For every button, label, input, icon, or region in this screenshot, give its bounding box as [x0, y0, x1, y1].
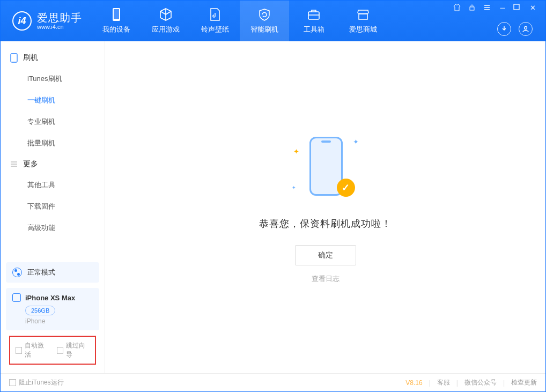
- app-subtitle: www.i4.cn: [37, 24, 82, 30]
- checkbox-label: 阻止iTunes运行: [19, 378, 64, 387]
- success-message: 恭喜您，保资料刷机成功啦！: [259, 217, 392, 230]
- logo-icon: i4: [12, 11, 32, 31]
- tab-flash[interactable]: 智能刷机: [240, 1, 289, 41]
- sidebar-item-other-tools[interactable]: 其他工具: [1, 174, 105, 196]
- menu-icon[interactable]: [483, 4, 492, 12]
- cube-icon: [159, 8, 173, 21]
- footer: 阻止iTunes运行 V8.16 | 客服 | 微信公众号 | 检查更新: [1, 373, 545, 391]
- sidebar-item-download-firmware[interactable]: 下载固件: [1, 196, 105, 217]
- main-tabs: 我的设备 应用游戏 铃声壁纸 智能刷机 工具箱 爱思商城: [92, 1, 388, 41]
- success-illustration: ✓ ✦ ✦ ✦: [291, 131, 360, 201]
- sparkle-icon: ✦: [292, 185, 296, 190]
- logo: i4 爱思助手 www.i4.cn: [1, 11, 92, 31]
- svg-rect-5: [470, 7, 474, 10]
- footer-link-wechat[interactable]: 微信公众号: [464, 378, 497, 387]
- user-button[interactable]: [519, 22, 533, 36]
- app-window: i4 爱思助手 www.i4.cn 我的设备 应用游戏 铃声壁纸 智能刷机: [0, 0, 546, 392]
- sidebar: 刷机 iTunes刷机 一键刷机 专业刷机 批量刷机 更多 其他工具 下载固件 …: [1, 41, 105, 373]
- store-icon: [356, 8, 370, 21]
- refresh-shield-icon: [257, 8, 271, 21]
- group-title: 刷机: [23, 53, 38, 63]
- sparkle-icon: ✦: [293, 147, 299, 156]
- phone-outline-icon: [10, 53, 18, 63]
- phone-icon: [109, 8, 123, 21]
- tab-ringtones[interactable]: 铃声壁纸: [190, 1, 240, 41]
- sidebar-item-advanced[interactable]: 高级功能: [1, 217, 105, 239]
- header: i4 爱思助手 www.i4.cn 我的设备 应用游戏 铃声壁纸 智能刷机: [1, 1, 545, 41]
- checkbox-icon: [57, 347, 63, 354]
- device-type: iPhone: [25, 317, 93, 325]
- view-log-link[interactable]: 查看日志: [312, 274, 340, 284]
- mode-card[interactable]: 正常模式: [6, 262, 99, 283]
- checkbox-block-itunes[interactable]: 阻止iTunes运行: [9, 378, 64, 387]
- device-icon: [12, 293, 21, 302]
- checkbox-label: 跳过向导: [66, 341, 90, 359]
- svg-rect-11: [11, 54, 17, 62]
- device-card[interactable]: iPhone XS Max 256GB iPhone: [6, 288, 99, 330]
- tab-label: 工具箱: [304, 25, 324, 34]
- svg-rect-9: [514, 4, 519, 10]
- minimize-button[interactable]: ─: [498, 4, 507, 12]
- list-icon: [10, 160, 18, 168]
- tab-store[interactable]: 爱思商城: [338, 1, 388, 41]
- footer-link-update[interactable]: 检查更新: [511, 378, 537, 387]
- tab-apps-games[interactable]: 应用游戏: [141, 1, 190, 41]
- checkbox-icon: [16, 347, 22, 354]
- group-title: 更多: [23, 159, 38, 169]
- tshirt-icon[interactable]: [453, 4, 462, 12]
- tab-toolbox[interactable]: 工具箱: [289, 1, 338, 41]
- checkbox-label: 自动激活: [25, 341, 48, 359]
- tab-label: 智能刷机: [250, 25, 278, 34]
- checkbox-auto-activate[interactable]: 自动激活: [16, 341, 48, 359]
- sidebar-group-flash: 刷机: [1, 48, 105, 68]
- mode-label: 正常模式: [27, 268, 55, 277]
- footer-link-support[interactable]: 客服: [437, 378, 450, 387]
- svg-rect-1: [114, 9, 119, 19]
- music-file-icon: [208, 8, 222, 21]
- download-button[interactable]: [497, 22, 511, 36]
- sidebar-item-batch-flash[interactable]: 批量刷机: [1, 132, 105, 154]
- checkbox-icon: [9, 379, 16, 386]
- svg-rect-2: [308, 12, 319, 19]
- tab-label: 铃声壁纸: [201, 25, 229, 34]
- check-icon: ✓: [337, 179, 355, 197]
- svg-point-10: [525, 27, 527, 29]
- highlighted-options: 自动激活 跳过向导: [9, 336, 96, 365]
- close-button[interactable]: ✕: [528, 4, 537, 12]
- device-name: iPhone XS Max: [25, 294, 75, 302]
- svg-rect-4: [359, 14, 367, 19]
- app-title: 爱思助手: [37, 12, 82, 24]
- main-content: ✓ ✦ ✦ ✦ 恭喜您，保资料刷机成功啦！ 确定 查看日志: [105, 41, 545, 373]
- sidebar-group-more: 更多: [1, 154, 105, 174]
- sidebar-item-pro-flash[interactable]: 专业刷机: [1, 111, 105, 132]
- sidebar-item-oneclick-flash[interactable]: 一键刷机: [1, 90, 105, 111]
- version-label: V8.16: [405, 379, 422, 387]
- ok-button[interactable]: 确定: [295, 245, 356, 265]
- sidebar-item-itunes-flash[interactable]: iTunes刷机: [1, 68, 105, 90]
- maximize-button[interactable]: [513, 4, 522, 12]
- lock-icon[interactable]: [468, 4, 477, 12]
- window-controls: ─ ✕: [453, 4, 537, 12]
- mode-icon: [12, 268, 22, 277]
- tab-label: 应用游戏: [152, 25, 180, 34]
- device-storage: 256GB: [25, 306, 55, 315]
- tab-label: 爱思商城: [349, 25, 377, 34]
- briefcase-icon: [307, 8, 321, 21]
- tab-label: 我的设备: [102, 25, 130, 34]
- sparkle-icon: ✦: [353, 138, 359, 146]
- tab-my-device[interactable]: 我的设备: [92, 1, 141, 41]
- checkbox-skip-guide[interactable]: 跳过向导: [57, 341, 90, 359]
